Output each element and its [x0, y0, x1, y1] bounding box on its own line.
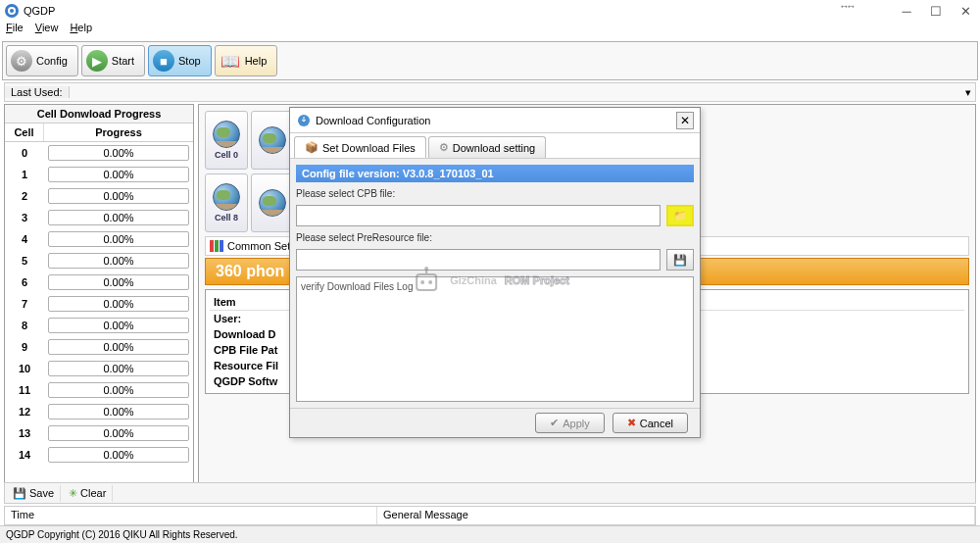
- check-icon: ✔: [550, 417, 559, 429]
- gear-icon: ⚙: [439, 141, 449, 154]
- progress-bar: 0.00%: [48, 447, 189, 463]
- clear-button[interactable]: ✳ Clear: [63, 485, 113, 502]
- progress-row: 140.00%: [5, 444, 193, 466]
- config-version-label: Config file version: V3.0.8_170103_01: [296, 165, 694, 182]
- progress-bar: 0.00%: [48, 253, 189, 269]
- cell-box[interactable]: [251, 111, 294, 170]
- cpb-browse-button[interactable]: 📁: [666, 205, 694, 226]
- progress-cell-number: 0: [5, 147, 44, 159]
- menubar: File View Help: [0, 22, 980, 39]
- progress-bar: 0.00%: [48, 339, 189, 355]
- copyright-label: QGDP Copyright (C) 2016 QIKU All Rights …: [0, 525, 980, 543]
- dialog-titlebar: Download Configuration ✕: [290, 108, 700, 133]
- progress-bar: 0.00%: [48, 167, 189, 182]
- progress-row: 100.00%: [5, 358, 193, 379]
- dialog-close-button[interactable]: ✕: [676, 112, 694, 129]
- preresource-file-input[interactable]: [296, 249, 661, 271]
- app-icon: [4, 3, 20, 19]
- progress-bar: 0.00%: [48, 210, 189, 225]
- progress-row: 20.00%: [5, 185, 193, 207]
- maximize-button[interactable]: ☐: [921, 0, 951, 22]
- column-progress: Progress: [44, 123, 193, 141]
- progress-bar: 0.00%: [48, 188, 189, 204]
- download-icon: [296, 113, 312, 128]
- cpb-file-input[interactable]: [296, 205, 661, 226]
- cancel-button[interactable]: ✖ Cancel: [612, 413, 688, 433]
- progress-bar: 0.00%: [48, 231, 189, 247]
- verify-log-box: verify Download Files Log: [296, 276, 694, 402]
- minimize-button[interactable]: ─: [892, 0, 921, 22]
- close-button[interactable]: ✕: [951, 0, 980, 22]
- drive-icon: 💾: [673, 254, 687, 267]
- progress-bar: 0.00%: [48, 382, 189, 398]
- progress-cell-number: 13: [5, 427, 44, 439]
- save-icon: 💾: [13, 487, 26, 500]
- clear-icon: ✳: [69, 487, 77, 500]
- progress-cell-number: 3: [5, 212, 44, 223]
- start-button[interactable]: ▶ Start: [81, 45, 145, 76]
- play-icon: ▶: [86, 50, 108, 72]
- progress-bar: 0.00%: [48, 145, 189, 161]
- progress-cell-number: 2: [5, 190, 44, 202]
- message-bar: Time General Message: [4, 506, 976, 525]
- progress-panel-title: Cell Donwload Progress: [5, 105, 193, 123]
- globe-icon: [259, 126, 286, 154]
- cpb-file-label: Please select CPB file:: [296, 188, 694, 199]
- progress-cell-number: 14: [5, 449, 44, 461]
- progress-row: 50.00%: [5, 250, 193, 272]
- progress-cell-number: 10: [5, 363, 44, 374]
- progress-bar: 0.00%: [48, 425, 189, 441]
- progress-row: 120.00%: [5, 401, 193, 422]
- globe-icon: [213, 183, 240, 211]
- menu-help[interactable]: Help: [70, 22, 92, 39]
- progress-bar: 0.00%: [48, 404, 189, 420]
- last-used-label: Last Used:: [5, 86, 70, 98]
- progress-row: 30.00%: [5, 207, 193, 228]
- last-used-dropdown[interactable]: ▾: [70, 86, 975, 99]
- progress-cell-number: 6: [5, 276, 44, 288]
- column-time: Time: [5, 507, 377, 524]
- globe-icon: [213, 121, 240, 148]
- save-button[interactable]: 💾 Save: [7, 485, 61, 502]
- window-title: QGDP: [24, 5, 55, 17]
- column-cell: Cell: [5, 123, 44, 141]
- save-clear-bar: 💾 Save ✳ Clear: [4, 482, 976, 504]
- toolbar: ⚙ Config ▶ Start ■ Stop 📖 Help: [2, 41, 978, 80]
- svg-point-2: [10, 9, 14, 13]
- progress-cell-number: 4: [5, 233, 44, 245]
- dialog-footer: ✔ Apply ✖ Cancel: [290, 408, 700, 437]
- menu-view[interactable]: View: [35, 22, 59, 39]
- window-controls: ↔↔ ─ ☐ ✕: [839, 0, 980, 22]
- package-icon: 📦: [305, 141, 318, 154]
- cell-label: Cell 0: [215, 150, 238, 160]
- tab-set-download-files[interactable]: 📦 Set Download Files: [294, 136, 426, 158]
- menu-file[interactable]: File: [6, 22, 24, 39]
- titlebar: QGDP ↔↔ ─ ☐ ✕: [0, 0, 980, 22]
- apply-button[interactable]: ✔ Apply: [535, 413, 605, 433]
- stop-icon: ■: [153, 50, 174, 72]
- chevron-down-icon: ▾: [965, 86, 971, 99]
- progress-bar: 0.00%: [48, 296, 189, 312]
- progress-row: 60.00%: [5, 272, 193, 293]
- cell-label: Cell 8: [215, 213, 238, 222]
- preresource-browse-button[interactable]: 💾: [666, 249, 694, 271]
- restore-indicator: ↔↔: [839, 0, 853, 22]
- progress-row: 70.00%: [5, 293, 193, 315]
- progress-row: 10.00%: [5, 164, 193, 185]
- config-button[interactable]: ⚙ Config: [6, 45, 78, 76]
- progress-bar: 0.00%: [48, 361, 189, 376]
- progress-cell-number: 11: [5, 384, 44, 396]
- cell-box[interactable]: [251, 173, 294, 232]
- folder-icon: 📁: [673, 210, 687, 222]
- cancel-icon: ✖: [627, 417, 636, 429]
- bars-icon: [210, 240, 223, 252]
- progress-row: 110.00%: [5, 379, 193, 401]
- cell-box[interactable]: Cell 8: [205, 173, 248, 232]
- stop-button[interactable]: ■ Stop: [148, 45, 212, 76]
- cell-box[interactable]: Cell 0: [205, 111, 248, 170]
- progress-row: 90.00%: [5, 336, 193, 358]
- tab-download-setting[interactable]: ⚙ Download setting: [428, 136, 546, 158]
- help-button[interactable]: 📖 Help: [215, 45, 278, 76]
- book-icon: 📖: [220, 50, 241, 72]
- dialog-title: Download Configuration: [316, 115, 676, 126]
